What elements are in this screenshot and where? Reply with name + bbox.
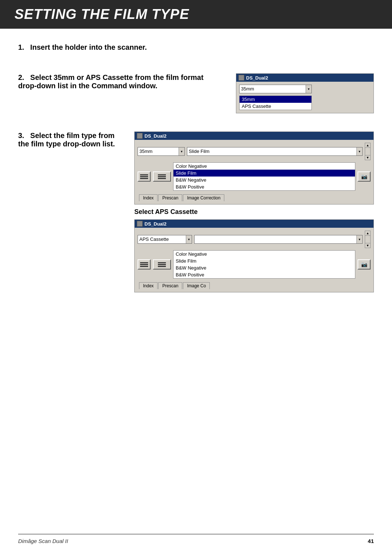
film-slide-film[interactable]: Slide Film bbox=[173, 170, 355, 177]
scan-button-4[interactable] bbox=[153, 259, 171, 270]
step3-number: 3. bbox=[18, 131, 24, 139]
sb1 bbox=[140, 262, 148, 263]
format-arrow[interactable]: ▼ bbox=[306, 85, 311, 93]
win1-titlebar: DS_Dual2 bbox=[236, 74, 373, 82]
scan-button-1[interactable] bbox=[138, 171, 151, 182]
aps-film-bw-negative[interactable]: B&W Negative bbox=[173, 264, 355, 271]
dropdown-item-aps[interactable]: APS Cassette bbox=[240, 103, 311, 110]
step2-window: DS_Dual2 35mm ▼ 35mm APS Cassette bbox=[236, 73, 374, 113]
tab-prescan-3[interactable]: Prescan bbox=[158, 282, 182, 289]
sb3 bbox=[140, 266, 148, 267]
format-arrow-3[interactable]: ▼ bbox=[186, 235, 192, 243]
filmtype-arrow[interactable]: ▼ bbox=[356, 147, 362, 155]
step1-text: Insert the holder into the scanner. bbox=[30, 43, 147, 51]
scan-bar-2 bbox=[140, 176, 148, 177]
dropdown-item-35mm[interactable]: 35mm bbox=[240, 96, 311, 103]
win1-title: DS_Dual2 bbox=[246, 75, 268, 81]
filmtype-dropdown[interactable]: Slide Film ▼ bbox=[187, 147, 363, 156]
scroll-up[interactable]: ▲ bbox=[365, 143, 370, 148]
scroll-down-3[interactable]: ▼ bbox=[365, 243, 370, 248]
format-value-3: APS Cassette bbox=[138, 235, 186, 243]
aps-film-color-negative[interactable]: Color Negative bbox=[173, 251, 355, 258]
main-content: 1. Insert the holder into the scanner. 2… bbox=[0, 43, 392, 292]
scroll-track bbox=[365, 148, 370, 155]
win2-tabs: Index Prescan Image Correction bbox=[138, 193, 371, 201]
page-footer: Dimâge Scan Dual II 41 bbox=[18, 534, 374, 544]
step3-text-area: 3. Select the film type from the film ty… bbox=[18, 131, 120, 292]
camera-icon-3: 📷 bbox=[361, 262, 367, 267]
scan-button-3[interactable] bbox=[138, 259, 151, 270]
step2-text: Select 35mm or APS Cassette from the fil… bbox=[18, 73, 204, 90]
scan-bar-3 bbox=[140, 178, 148, 179]
sb5 bbox=[158, 264, 166, 265]
win3-titlebar: DS_Dual2 bbox=[135, 220, 373, 228]
scrollbar[interactable]: ▲ ▼ bbox=[365, 143, 371, 160]
win3-title: DS_Dual2 bbox=[144, 221, 167, 227]
win3-tabs: Index Prescan Image Co bbox=[138, 281, 371, 289]
camera-button[interactable]: 📷 bbox=[358, 171, 371, 182]
format-value-2: 35mm bbox=[138, 147, 179, 155]
step3-window-area: DS_Dual2 35mm ▼ Slide Film ▼ bbox=[134, 131, 374, 292]
aps-label: Select APS Cassette bbox=[134, 208, 374, 216]
scan-button-2[interactable] bbox=[153, 171, 171, 182]
step2-text-area: 2. Select 35mm or APS Cassette from the … bbox=[18, 73, 221, 113]
tab-image-correction[interactable]: Image Correction bbox=[183, 194, 224, 201]
scroll-down[interactable]: ▼ bbox=[365, 155, 370, 160]
win3-controls-row: APS Cassette ▼ ▼ ▲ ▼ bbox=[138, 231, 371, 248]
format-dropdown-3[interactable]: APS Cassette ▼ bbox=[138, 235, 192, 244]
footer-page-number: 41 bbox=[368, 538, 374, 544]
ds-dual2-window-3: DS_Dual2 APS Cassette ▼ ▼ bbox=[134, 219, 374, 292]
aps-film-slide-film[interactable]: Slide Film bbox=[173, 258, 355, 264]
step3-text: Select the film type from the film type … bbox=[18, 131, 115, 148]
film-bw-positive[interactable]: B&W Positive bbox=[173, 183, 355, 190]
film-color-negative[interactable]: Color Negative bbox=[173, 163, 355, 170]
filmtype-value: Slide Film bbox=[187, 147, 356, 155]
film-bw-negative[interactable]: B&W Negative bbox=[173, 177, 355, 183]
scan-bar-5 bbox=[158, 176, 166, 177]
filmtype-value-3 bbox=[195, 235, 356, 243]
filmtype-list-area-3: Color Negative Slide Film B&W Negative B… bbox=[173, 250, 355, 279]
scan-bar-6 bbox=[158, 178, 166, 179]
scan-icon-1 bbox=[139, 174, 149, 180]
tab-index-3[interactable]: Index bbox=[139, 282, 158, 289]
win3-buttons-row: Color Negative Slide Film B&W Negative B… bbox=[138, 250, 371, 279]
filmtype-dropdown-list: Color Negative Slide Film B&W Negative B… bbox=[173, 162, 355, 191]
format-dropdown[interactable]: 35mm ▼ bbox=[239, 85, 312, 93]
tab-index[interactable]: Index bbox=[139, 194, 158, 201]
aps-section: Select APS Cassette DS_Dual2 APS Cassett… bbox=[134, 208, 374, 292]
tab-prescan[interactable]: Prescan bbox=[158, 194, 182, 201]
sb6 bbox=[158, 266, 166, 267]
win2-controls-row: 35mm ▼ Slide Film ▼ ▲ ▼ bbox=[138, 143, 371, 160]
win2-icon bbox=[137, 133, 143, 139]
page-title: SETTING THE FILM TYPE bbox=[15, 7, 377, 22]
scrollbar-3[interactable]: ▲ ▼ bbox=[365, 231, 371, 248]
scan-icon-2 bbox=[157, 174, 167, 180]
sb2 bbox=[140, 264, 148, 265]
filmtype-arrow-3[interactable]: ▼ bbox=[356, 235, 362, 243]
filmtype-dropdown-3[interactable]: ▼ bbox=[194, 235, 363, 244]
win2-buttons-row: Color Negative Slide Film B&W Negative B… bbox=[138, 162, 371, 191]
win2-title: DS_Dual2 bbox=[144, 133, 167, 139]
format-arrow-2[interactable]: ▼ bbox=[179, 147, 184, 155]
page-header: SETTING THE FILM TYPE bbox=[0, 0, 392, 29]
format-dropdown-list: 35mm APS Cassette bbox=[239, 96, 312, 110]
step-3-section: 3. Select the film type from the film ty… bbox=[18, 131, 374, 292]
scroll-track-3 bbox=[365, 236, 370, 243]
win3-icon bbox=[137, 221, 143, 227]
tab-image-co-3[interactable]: Image Co bbox=[183, 282, 210, 289]
camera-button-3[interactable]: 📷 bbox=[358, 259, 371, 270]
scroll-up-3[interactable]: ▲ bbox=[365, 231, 370, 236]
filmtype-list-area: Color Negative Slide Film B&W Negative B… bbox=[173, 162, 355, 191]
camera-icon: 📷 bbox=[361, 174, 367, 179]
sb4 bbox=[158, 262, 166, 263]
aps-film-bw-positive[interactable]: B&W Positive bbox=[173, 271, 355, 278]
format-value: 35mm bbox=[240, 85, 306, 93]
step2-number: 2. bbox=[18, 73, 24, 81]
format-dropdown-2[interactable]: 35mm ▼ bbox=[138, 147, 185, 156]
scan-icon-4 bbox=[157, 262, 167, 268]
win1-body: 35mm ▼ 35mm APS Cassette bbox=[236, 82, 373, 113]
step-2-section: 2. Select 35mm or APS Cassette from the … bbox=[18, 73, 374, 113]
ds-dual2-window-1: DS_Dual2 35mm ▼ 35mm APS Cassette bbox=[236, 73, 374, 113]
scan-icon-3 bbox=[139, 262, 149, 268]
scan-bar-4 bbox=[158, 174, 166, 175]
